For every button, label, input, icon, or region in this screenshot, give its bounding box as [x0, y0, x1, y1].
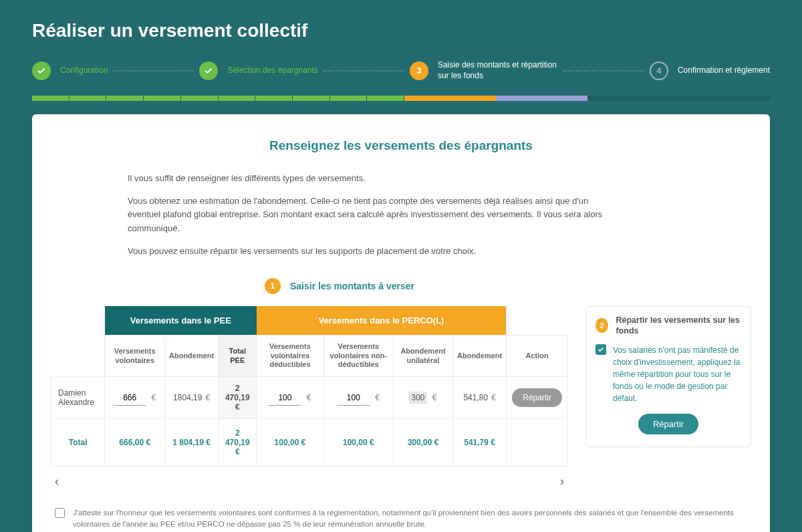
substep-1-label: Saisir les montants à verser — [290, 281, 414, 291]
check-icon — [37, 66, 46, 76]
th-abond-u: Abondement unilatéral — [394, 335, 453, 376]
total-vvnd: 100,00 € — [323, 419, 393, 467]
th-vv: Versements volontaires — [105, 335, 165, 376]
repartir-all-button[interactable]: Répartir — [638, 414, 698, 434]
total-total-pee: 2 470,19 € — [219, 419, 257, 467]
total-abond-u: 300,00 € — [394, 419, 453, 467]
row-name: Damien Alexandre — [51, 377, 105, 419]
side-panel: 2 Répartir les versements sur les fonds … — [585, 306, 751, 448]
page-title: Réaliser un versement collectif — [32, 20, 770, 41]
step-divider — [563, 70, 644, 72]
row-abond: 1804,19€ — [165, 377, 219, 419]
th-total-pee: Total PEE — [219, 335, 257, 376]
th-vvnd: Versements volontaires non-déductibles — [323, 335, 393, 376]
input-abond-u[interactable]: 300 — [409, 392, 426, 404]
repartir-row-button[interactable]: Répartir — [512, 388, 562, 407]
row-total-pee: 2 470,19 € — [219, 377, 257, 419]
step-1-label: Configuration — [60, 65, 108, 76]
th-action: Action — [507, 335, 568, 376]
currency-label: € — [432, 393, 437, 402]
side-check-icon[interactable] — [595, 344, 606, 355]
payments-table-area: Versements dans le PEE Versements dans l… — [51, 306, 568, 489]
table-row: Damien Alexandre € 1804,19€ 2 470,19 € — [51, 377, 568, 419]
input-vvnd[interactable] — [338, 390, 370, 406]
th-group-pee: Versements dans le PEE — [105, 306, 257, 336]
side-text: Vos salariés n'ont pas manifesté de choi… — [613, 344, 741, 404]
step-2-circle — [199, 61, 218, 80]
total-abond: 1 804,19 € — [165, 419, 219, 467]
th-group-perco: Versements dans le PERCO(L) — [257, 306, 507, 336]
step-divider — [323, 70, 404, 72]
currency-label: € — [375, 393, 380, 402]
step-2-label: Sélection des épargnants — [227, 65, 317, 76]
input-vv[interactable] — [114, 390, 146, 406]
substep-1-badge: 1 — [265, 278, 281, 294]
th-vvd: Versements volontaires déductibles — [257, 335, 323, 376]
scroll-right-icon[interactable]: › — [560, 475, 564, 489]
totals-label: Total — [51, 419, 105, 467]
step-divider — [113, 70, 194, 72]
step-4-label: Confirmation et règlement — [678, 65, 770, 76]
th-abond: Abondement — [165, 335, 219, 376]
th-abond2: Abondement — [453, 335, 507, 376]
main-card: Renseignez les versements des épargnants… — [32, 114, 770, 532]
row-abond2: 541,80€ — [453, 377, 507, 419]
progress-rail — [32, 96, 770, 101]
attestation-checkbox[interactable] — [55, 508, 65, 518]
check-icon — [204, 66, 213, 76]
total-abond2: 541,79 € — [453, 419, 507, 467]
payments-table: Versements dans le PEE Versements dans l… — [51, 306, 568, 467]
step-3-circle: 3 — [410, 61, 428, 80]
step-1-circle — [32, 61, 51, 80]
total-vvd: 100,00 € — [257, 419, 323, 467]
step-4-circle: 4 — [650, 61, 668, 80]
totals-row: Total 666,00 € 1 804,19 € 2 470,19 € 100… — [51, 419, 568, 467]
card-title: Renseignez les versements des épargnants — [51, 138, 751, 153]
attestation-text: J'atteste sur l'honneur que les versemen… — [73, 507, 747, 531]
stepper: Configuration Sélection des épargnants 3… — [32, 60, 770, 81]
input-vvd[interactable] — [269, 390, 301, 406]
currency-label: € — [152, 393, 156, 402]
step-3-label: Saisie des montants et répartition sur l… — [438, 60, 558, 81]
substep-2-title: Répartir les versements sur les fonds — [616, 315, 742, 337]
total-vv: 666,00 € — [105, 419, 165, 467]
scroll-left-icon[interactable]: ‹ — [55, 475, 59, 489]
currency-label: € — [307, 393, 311, 402]
substep-2-badge: 2 — [595, 318, 608, 333]
intro-text: Il vous suffit de renseigner les différe… — [128, 172, 609, 258]
